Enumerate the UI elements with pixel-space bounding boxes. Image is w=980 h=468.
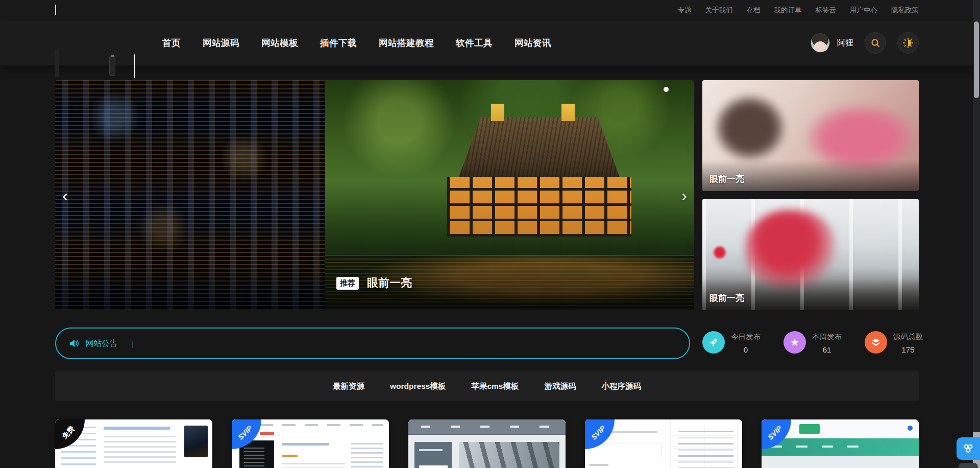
speaker-icon — [69, 339, 80, 348]
header: 首页 网站源码 网站模板 插件下载 网站搭建教程 软件工具 网站资讯 阿狸 — [0, 20, 980, 65]
stat-total-value: 175 — [901, 345, 914, 354]
sun-moon-icon — [902, 37, 914, 49]
topbar-link-about[interactable]: 关于我们 — [705, 6, 733, 15]
side-card-1[interactable]: 眼前一亮 — [702, 80, 919, 191]
main-nav: 首页 网站源码 网站模板 插件下载 网站搭建教程 软件工具 网站资讯 — [162, 20, 551, 65]
carousel-title[interactable]: 眼前一亮 — [367, 275, 412, 291]
publish-today-icon — [702, 331, 725, 354]
stat-today-value: 0 — [744, 345, 748, 354]
tab-maccms[interactable]: 苹果cms模板 — [471, 381, 519, 392]
avatar[interactable] — [811, 33, 830, 53]
nav-item-plugins[interactable]: 插件下载 — [320, 37, 357, 49]
nav-item-templates[interactable]: 网站模板 — [261, 37, 298, 49]
media-widget-button[interactable] — [959, 463, 978, 468]
stat-week: ★ 本周发布 61 — [783, 331, 842, 354]
side-card-2-title: 眼前一亮 — [709, 292, 744, 304]
resource-card-3[interactable] — [408, 419, 566, 468]
carousel-pagination-dot[interactable] — [664, 87, 669, 92]
scrollbar-thumb[interactable] — [974, 21, 979, 98]
side-card-1-title: 眼前一亮 — [709, 173, 744, 185]
logo-placeholder — [55, 50, 59, 77]
theme-toggle-button[interactable] — [897, 32, 919, 54]
side-card-2[interactable]: 眼前一亮 — [702, 199, 919, 310]
category-tabbar: 最新资源 wordpress模板 苹果cms模板 游戏源码 小程序源码 — [55, 371, 919, 401]
stat-week-label: 本周发布 — [812, 332, 842, 342]
topbar-link-usercenter[interactable]: 用户中心 — [850, 6, 877, 15]
search-button[interactable] — [865, 32, 886, 54]
star-icon: ★ — [783, 331, 806, 354]
logo-divider — [134, 54, 135, 78]
nav-item-news[interactable]: 网站资讯 — [514, 37, 551, 49]
broken-image-icon[interactable] — [109, 56, 115, 76]
extension-widget-button[interactable] — [957, 437, 980, 460]
tab-latest[interactable]: 最新资源 — [333, 381, 364, 392]
tab-wordpress[interactable]: wordpress模板 — [390, 381, 446, 392]
carousel-next-arrow[interactable]: › — [681, 186, 687, 204]
nav-item-source[interactable]: 网站源码 — [203, 37, 239, 49]
user-box: 阿狸 — [811, 20, 919, 65]
cluster-icon — [962, 443, 974, 454]
stat-total-label: 源码总数 — [893, 332, 923, 342]
tab-miniprogram[interactable]: 小程序源码 — [601, 381, 641, 392]
notice-bar[interactable]: 网站公告 | — [55, 327, 690, 359]
topbar-link-tags[interactable]: 标签云 — [816, 6, 837, 15]
username[interactable]: 阿狸 — [837, 38, 853, 49]
topbar-link-orders[interactable]: 我的订单 — [774, 6, 802, 15]
topbar-link-archive[interactable]: 存档 — [747, 6, 761, 15]
stat-today-label: 今日发布 — [731, 332, 761, 342]
stats-panel: 今日发布 0 ★ 本周发布 61 源码总数 175 — [702, 331, 923, 354]
stat-total: 源码总数 175 — [865, 331, 923, 354]
carousel-label: 推荐 眼前一亮 — [336, 275, 412, 291]
page: 专题 关于我们 存档 我的订单 标签云 用户中心 隐私政策 首页 网站源码 网站… — [0, 0, 980, 468]
nav-item-tutorials[interactable]: 网站搭建教程 — [379, 37, 434, 49]
resource-card-2[interactable]: SVIP — [232, 419, 389, 468]
cottage-house-art — [447, 117, 632, 237]
topbar: 专题 关于我们 存档 我的订单 标签云 用户中心 隐私政策 — [0, 0, 980, 20]
resource-card-4[interactable]: SVIP — [585, 419, 742, 468]
carousel-prev-arrow[interactable]: ‹ — [62, 186, 68, 204]
search-icon — [870, 38, 880, 48]
hero-carousel: 推荐 眼前一亮 ‹ › — [55, 80, 694, 310]
notice-label: 网站公告 — [86, 338, 117, 349]
resource-card-1[interactable]: 免费 — [55, 419, 212, 468]
notice-divider: | — [132, 339, 134, 348]
resource-card-5[interactable]: 0 / 元 0 / 笔 0 / 笔 SVIP — [762, 419, 919, 468]
tab-game[interactable]: 游戏源码 — [544, 381, 576, 392]
resource-card-3-thumbnail — [408, 419, 566, 468]
topbar-link-privacy[interactable]: 隐私政策 — [891, 6, 919, 15]
recommend-badge: 推荐 — [336, 277, 359, 290]
nav-item-home[interactable]: 首页 — [162, 37, 181, 49]
topbar-link-topics[interactable]: 专题 — [678, 6, 692, 15]
topbar-cursor-mark — [55, 5, 56, 15]
stat-week-value: 61 — [823, 345, 831, 354]
topbar-links: 专题 关于我们 存档 我的订单 标签云 用户中心 隐私政策 — [678, 0, 919, 20]
nav-item-tools[interactable]: 软件工具 — [456, 37, 493, 49]
stat-today: 今日发布 0 — [702, 331, 761, 354]
layers-icon — [865, 331, 887, 354]
